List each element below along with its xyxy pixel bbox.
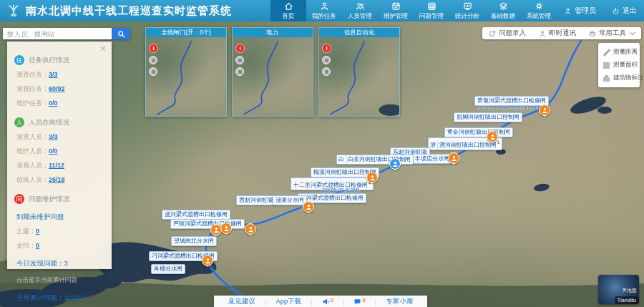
map-label[interactable]: 严陵河梁式渡槽出口检修闸: [170, 219, 245, 229]
section-title: 问题维护情况: [29, 195, 69, 204]
expert-corner-link[interactable]: 专家小屋: [386, 297, 413, 306]
nav-item-5[interactable]: 统计分析: [449, 0, 485, 21]
stat-value[interactable]: 60/92: [49, 85, 65, 92]
mini-map-body[interactable]: i: [146, 37, 226, 116]
instant-messaging-button[interactable]: 即时通讯: [532, 29, 582, 38]
dropdown-item-2[interactable]: 建筑物标注: [598, 72, 640, 84]
stats-section-2: 问问题维护情况: [14, 194, 104, 204]
inspector-marker[interactable]: [539, 104, 550, 116]
search-button[interactable]: [112, 28, 130, 39]
stat-value[interactable]: 0/0: [49, 147, 58, 155]
mini-panel-alert-button[interactable]: i: [235, 44, 245, 53]
mini-panel-alert-button[interactable]: i: [149, 44, 158, 53]
nav-item-label: 我的任务: [312, 12, 336, 21]
inspector-marker[interactable]: [245, 223, 256, 235]
nav-item-7[interactable]: 系统管理: [521, 0, 557, 21]
mini-panel-layer-button[interactable]: [322, 67, 331, 76]
suggestions-link[interactable]: 意见建议: [228, 297, 255, 306]
inspector-marker[interactable]: [202, 255, 213, 266]
issue-category-value[interactable]: 0: [36, 228, 39, 235]
issue-entry-button[interactable]: 问题录入: [482, 29, 532, 38]
layers-icon: [499, 1, 508, 11]
overdue-issues-link[interactable]: 到期未维护问题: [16, 213, 104, 222]
nav-item-1[interactable]: 我的任务: [306, 0, 342, 21]
map-label[interactable]: 半坡店分水闸: [412, 154, 452, 164]
map-label[interactable]: 望城岗北分水闸: [171, 236, 217, 246]
search-input[interactable]: [3, 28, 112, 39]
stat-value[interactable]: 11/12: [49, 162, 64, 169]
common-tools-button[interactable]: 常用工具: [582, 29, 641, 38]
map-label[interactable]: 白白条河倒虹吸出口控制闸: [336, 155, 414, 165]
current-user[interactable]: 管理员: [575, 6, 596, 16]
stats-section-1: 人人员在岗情况巡查人员：3/3维护人员：0/0巡视人员：11/12值班人员：26…: [14, 117, 104, 185]
search-icon: [117, 30, 125, 38]
map-label[interactable]: 西赵河倒虹吸: [236, 195, 276, 205]
stat-value[interactable]: 3/3: [49, 133, 58, 140]
nav-item-6[interactable]: 基础数据: [485, 0, 521, 21]
person-figure-icon: [306, 204, 312, 210]
inspector-marker[interactable]: [366, 172, 378, 183]
nav-item-label: 统计分析: [455, 12, 479, 21]
stat-row: 巡视人员：11/12: [16, 161, 104, 170]
map-label[interactable]: 脱脚河倒虹吸出口控制闸: [454, 112, 522, 122]
today-issues-link[interactable]: 今日发现问题：3: [16, 259, 104, 268]
mini-panel-layer-button[interactable]: [322, 56, 331, 64]
map-label[interactable]: 黄金河倒虹吸出口节制闸: [444, 127, 513, 137]
issue-category-value[interactable]: 0: [36, 242, 39, 249]
mini-map-panel-0[interactable]: 全线闸门(开：0个)i: [145, 27, 227, 117]
inspector-marker[interactable]: [303, 201, 314, 213]
inspector-marker[interactable]: [220, 223, 232, 234]
person-figure-icon: [223, 225, 230, 232]
nav-item-2[interactable]: 人员管理: [342, 0, 378, 21]
inspector-marker[interactable]: [448, 152, 459, 164]
dropdown-item-label: 测量距离: [613, 48, 638, 57]
mini-map-panel-2[interactable]: 信息自动化i: [318, 27, 400, 117]
stat-row: 巡查人员：3/3: [16, 132, 104, 142]
home-icon: [284, 1, 293, 11]
mini-panel-alert-button[interactable]: i: [322, 44, 331, 53]
section-badge-icon: 任: [14, 55, 24, 65]
logout-button[interactable]: 退出: [623, 6, 637, 16]
mini-map-body[interactable]: i: [233, 37, 313, 116]
inspector-marker[interactable]: [389, 158, 401, 170]
nav-item-3[interactable]: 维护管理: [378, 0, 414, 21]
stat-value[interactable]: 26/18: [49, 176, 65, 183]
inspector-marker[interactable]: [210, 224, 222, 235]
dropdown-item-label: 测量面积: [613, 61, 638, 69]
stat-value[interactable]: 3/3: [49, 71, 58, 78]
dropdown-item-0[interactable]: 测量距离: [598, 46, 640, 59]
mini-panel-layer-button[interactable]: [149, 67, 157, 76]
chart-board-icon: [463, 1, 472, 11]
nav-item-label: 首页: [283, 12, 295, 21]
nav-item-4[interactable]: 问题管理: [414, 0, 449, 21]
dropdown-item-label: 建筑物标注: [613, 74, 644, 82]
nav-item-0[interactable]: 首页: [270, 0, 306, 21]
map-label[interactable]: 蓝河梁式渡槽出口检修闸: [162, 210, 230, 220]
page-title: 南水北调中线干线工程巡查实时监管系统: [26, 4, 232, 18]
broadcast-counter[interactable]: 0: [322, 298, 333, 306]
nav-item-label: 问题管理: [419, 12, 444, 21]
tianditu-attribution: 天地图 Tianditu: [598, 275, 639, 304]
map-label[interactable]: 湍渠分水闸: [273, 195, 307, 205]
inspector-marker[interactable]: [487, 131, 498, 142]
message-counter[interactable]: 0: [353, 298, 365, 306]
dropdown-item-1[interactable]: 测量面积: [598, 59, 640, 72]
map-label[interactable]: 肖楼分水闸: [151, 264, 185, 274]
map-label-subtext: 2CS29.7+500~2CS29.9+300: [477, 105, 542, 111]
mini-panel-title: 全线闸门(开：0个): [146, 28, 226, 37]
stat-row: 维护人员：0/0: [16, 147, 104, 156]
mini-map-panel-1[interactable]: 电力i: [232, 27, 313, 117]
grid-calendar-icon: [427, 1, 436, 11]
mini-panel-layer-button[interactable]: [235, 67, 244, 76]
app-download-link[interactable]: App下载: [275, 297, 301, 306]
map-label[interactable]: 草墩河梁式渡槽出口检修闸: [474, 96, 549, 106]
mini-panel-layer-button[interactable]: [235, 56, 244, 64]
person-figure-icon: [489, 134, 496, 140]
close-icon[interactable]: ✕: [99, 45, 107, 52]
mini-panel-layer-button[interactable]: [149, 56, 157, 64]
stats-panel: ✕ 任任务执行情况巡查任务：3/3巡视任务：60/92维护任务：0/0人人员在岗…: [7, 42, 112, 269]
mini-map-body[interactable]: i: [319, 37, 399, 116]
stat-row: 维护任务：0/0: [16, 99, 104, 108]
total-issues-link[interactable]: 当前累计问题：115/118: [16, 293, 104, 303]
stat-value[interactable]: 0/0: [49, 99, 58, 107]
